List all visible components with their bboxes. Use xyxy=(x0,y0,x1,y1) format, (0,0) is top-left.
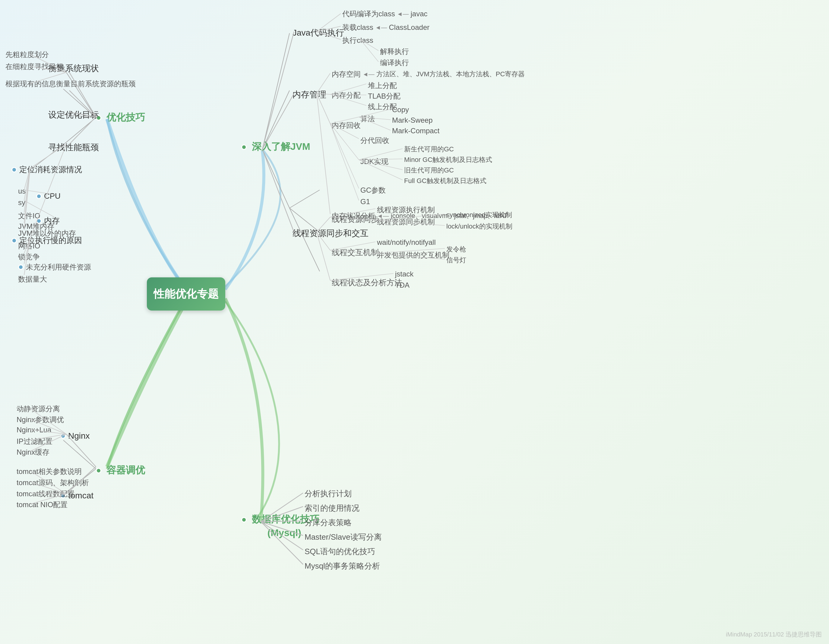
node-nginx: Nginx xyxy=(60,431,90,441)
node-lockUnlock: lock/unlock的实现机制 xyxy=(446,222,512,231)
dot-neicun xyxy=(36,218,42,224)
node-xiancl: 先粗粒度划分 xyxy=(5,50,49,60)
node-g1: G1 xyxy=(360,197,370,206)
node-genjux: 根据现有的信息衡量目前系统资源的瓶颈 xyxy=(5,79,136,89)
node-markSweep: Mark-Sweep xyxy=(392,116,433,124)
node-zaix: 在细粒度寻找目标 xyxy=(5,62,63,71)
node-yuanma: tomcat源码、架构剖析 xyxy=(17,478,89,488)
watermark: iMindMap 2015/11/02 迅捷思维导图 xyxy=(726,630,822,639)
node-neicungl: 内存管理 xyxy=(293,89,326,101)
node-gccan: GC参数 xyxy=(360,186,386,195)
node-neicunfenpei: 内存分配 xyxy=(332,90,361,100)
node-bianyi: 代码编译为class ◄— javac xyxy=(342,9,428,19)
node-zhuangzai: 装载class ◄— ClassLoader xyxy=(342,23,429,32)
node-nio: tomcat NIO配置 xyxy=(17,500,68,510)
dot-jvm xyxy=(241,145,247,150)
node-xunjian: 寻找性能瓶颈 xyxy=(48,142,99,153)
node-db-6: Mysql的事务策略分析 xyxy=(304,561,380,572)
node-xiancheng: tomcat线程数配置 xyxy=(17,489,74,499)
node-zytb: 线程资源执行机制 xyxy=(377,205,435,215)
node-tda: TDA xyxy=(395,281,410,290)
svg-line-9 xyxy=(262,149,290,208)
node-jstack: jstack xyxy=(395,270,413,278)
node-jiexi: 解释执行 xyxy=(380,47,409,57)
node-db-3: 分库分表策略 xyxy=(304,517,351,528)
svg-line-69 xyxy=(330,124,359,200)
svg-line-81 xyxy=(317,232,330,280)
node-dingwei: 定位消耗资源情况 xyxy=(11,164,82,175)
node-xinshengdai: 新生代可用的GC xyxy=(404,145,454,154)
svg-line-68 xyxy=(330,124,359,189)
dot-nginx xyxy=(60,433,66,439)
node-xinhaodeng: 信号灯 xyxy=(446,256,466,265)
branch-ronqi: 容器调优 xyxy=(96,464,145,477)
node-bingfabao: 并发包提供的交互机制 xyxy=(377,250,449,260)
node-minorGC: Minor GC触发机制及日志格式 xyxy=(404,155,492,164)
node-neicunkongjian: 内存空间 ◄— 方法区、堆、JVM方法栈、本地方法栈、PC寄存器 xyxy=(332,69,525,79)
node-faquq: 发令枪 xyxy=(446,245,466,254)
svg-line-70 xyxy=(317,93,330,214)
node-canshu: Nginx参数调优 xyxy=(17,415,64,425)
svg-line-44 xyxy=(262,31,294,149)
svg-line-46 xyxy=(262,149,294,232)
branch-jvm: 深入了解JVM xyxy=(241,140,310,153)
node-duishangfp: 堆上分配 xyxy=(368,81,397,90)
svg-line-16 xyxy=(69,117,96,144)
node-db-4: Master/Slave读写分离 xyxy=(304,532,382,542)
node-ip: IP过滤配置 xyxy=(17,436,52,446)
node-dailihuishou: 分代回收 xyxy=(360,136,389,145)
node-us: us xyxy=(18,187,26,195)
node-copy: Copy xyxy=(392,105,409,114)
branch-youhua: 优化技巧 xyxy=(96,111,145,124)
node-jvmwai: JVM堆以外的内存 xyxy=(18,228,76,238)
dot-dingwei2 xyxy=(11,238,17,243)
node-xianchengzy: 线程资源同步和交互 xyxy=(293,228,369,239)
node-jiushengdai: 旧生代可用的GC xyxy=(404,166,454,175)
node-javazhixing: Java代码执行 xyxy=(293,27,344,39)
dot-ronqi xyxy=(96,468,101,473)
dot-dingwei xyxy=(11,167,17,172)
node-xianchengzytb: 线程资源同步 xyxy=(332,214,379,225)
mind-map-canvas: 性能优化专题 优化技巧 衡量系统现状 先粗粒度划分 在细粒度寻找目标 根据现有的… xyxy=(0,0,829,644)
node-dongji: 动静资源分离 xyxy=(17,404,60,414)
node-huancun: Nginx缓存 xyxy=(17,447,49,457)
svg-line-7 xyxy=(262,33,290,149)
node-db-2: 索引的使用情况 xyxy=(304,503,359,513)
lines-svg xyxy=(0,0,829,644)
node-db-5: SQL语句的优化技巧 xyxy=(304,546,375,557)
node-bianyizx: 编译执行 xyxy=(380,58,409,68)
svg-line-3 xyxy=(63,118,96,145)
node-suanfa: 算法 xyxy=(360,114,375,124)
node-fullGC: Full GC触发机制及日志格式 xyxy=(404,176,486,186)
node-markCompact: Mark-Compact xyxy=(392,127,440,135)
center-label: 性能优化专题 xyxy=(153,287,219,301)
dot-cpu xyxy=(36,194,42,199)
node-xianchengzt: 线程状态及分析方法 xyxy=(332,277,402,288)
node-zytbmechanism: 线程资源同步机制 xyxy=(377,217,435,227)
node-waitNotify: wait/notify/notifyall xyxy=(377,238,436,247)
node-cpu: CPU xyxy=(36,191,61,201)
node-wanglio: 网络IO xyxy=(18,241,40,251)
node-weich: 未充分利用硬件资源 xyxy=(18,262,91,272)
node-tlab: TLAB分配 xyxy=(368,91,400,101)
dot-shujuku xyxy=(241,517,247,523)
node-sy: sy xyxy=(18,198,25,207)
node-sheding: 设定优化目标 xyxy=(48,109,99,121)
node-xianchengjiaohu: 线程交互机制 xyxy=(332,247,379,258)
node-neicunhuishou: 内存回收 xyxy=(332,121,361,130)
node-shujl: 数据量大 xyxy=(18,274,47,284)
node-lua: Nginx+Lua xyxy=(17,426,51,434)
connections-svg xyxy=(0,0,829,644)
center-node: 性能优化专题 xyxy=(147,277,225,310)
svg-line-5 xyxy=(63,440,96,469)
node-zhixingclass: 执行class xyxy=(342,36,374,45)
svg-line-10 xyxy=(290,190,320,208)
dot-weich xyxy=(18,265,24,270)
node-synchronized: synchronized实现机制 xyxy=(446,211,512,219)
node-jdkshixian: JDK实现 xyxy=(360,157,388,167)
node-db-1: 分析执行计划 xyxy=(304,488,351,499)
node-neicun: 内存 xyxy=(36,216,60,226)
svg-line-12 xyxy=(290,208,320,271)
node-suozh: 锁竞争 xyxy=(18,252,40,262)
node-shuoming: tomcat相关参数说明 xyxy=(17,467,82,476)
